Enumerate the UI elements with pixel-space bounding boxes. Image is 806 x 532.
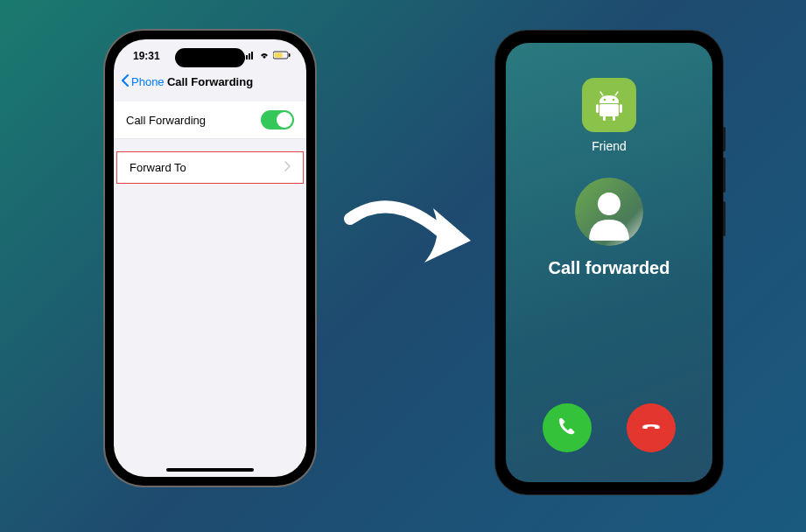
arrow-right-icon [341, 192, 481, 298]
svg-rect-1 [246, 55, 248, 60]
iphone-mockup: 19:31 Phone Call Forwarding [105, 31, 315, 486]
home-indicator [166, 468, 254, 472]
decline-call-button[interactable] [627, 403, 676, 452]
svg-line-9 [600, 92, 603, 95]
android-volume-down [723, 201, 725, 236]
android-screen: Friend Call forwarded [506, 43, 712, 482]
svg-rect-6 [289, 53, 291, 57]
page-title: Call Forwarding [167, 75, 253, 88]
svg-rect-13 [620, 104, 622, 113]
call-forwarding-toggle[interactable] [261, 110, 294, 130]
back-button[interactable]: Phone [121, 74, 165, 89]
svg-rect-12 [596, 104, 599, 113]
svg-line-10 [615, 92, 618, 95]
phone-accept-icon [556, 415, 578, 441]
contact-name: Friend [592, 139, 627, 153]
call-status-text: Call forwarded [549, 258, 670, 278]
call-forwarding-row[interactable]: Call Forwarding [114, 102, 306, 139]
iphone-screen: 19:31 Phone Call Forwarding [114, 39, 306, 477]
call-buttons [543, 403, 676, 452]
row-label: Forward To [130, 161, 186, 174]
accept-call-button[interactable] [543, 403, 592, 452]
chevron-left-icon [121, 74, 130, 89]
signal-icon [243, 50, 256, 62]
dynamic-island [175, 48, 245, 67]
wifi-icon [258, 50, 270, 62]
contact-avatar-icon [575, 178, 643, 246]
status-time: 19:31 [133, 50, 160, 62]
row-label: Call Forwarding [126, 114, 206, 127]
android-side-button [723, 127, 725, 151]
android-mockup: Friend Call forwarded [495, 31, 723, 494]
svg-point-8 [613, 99, 615, 102]
android-icon [582, 78, 636, 132]
chevron-right-icon [284, 161, 291, 174]
svg-rect-3 [251, 52, 253, 60]
svg-point-7 [604, 99, 606, 102]
svg-point-16 [598, 192, 620, 215]
battery-icon [273, 50, 291, 62]
svg-rect-11 [599, 104, 619, 116]
svg-rect-15 [613, 116, 615, 121]
svg-rect-2 [249, 53, 250, 60]
forward-to-row[interactable]: Forward To [116, 151, 304, 184]
svg-rect-14 [603, 116, 606, 121]
phone-decline-icon [639, 414, 663, 442]
svg-rect-5 [275, 53, 283, 58]
nav-bar: Phone Call Forwarding [114, 62, 306, 98]
android-volume-up [723, 158, 725, 192]
back-label: Phone [131, 75, 165, 88]
settings-group: Call Forwarding Forward To [114, 102, 306, 184]
